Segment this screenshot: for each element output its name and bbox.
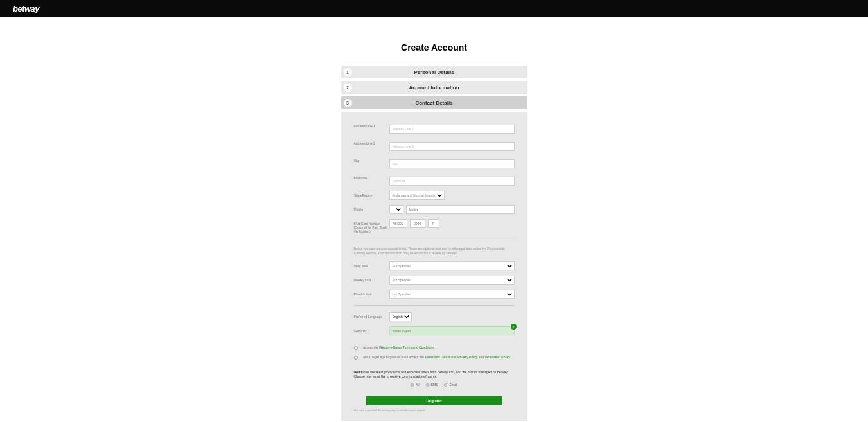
chevron-down-icon [404, 314, 409, 319]
step-number-3: 3 [344, 99, 352, 107]
postcode-label: Postcode [354, 173, 389, 180]
weekly-limit-select[interactable]: Not Specified [389, 276, 515, 285]
monthly-limit-select[interactable]: Not Specified [389, 290, 515, 299]
form-container: 1 Personal Details 2 Account Information… [341, 66, 527, 421]
address2-label: Address Line 2 [354, 139, 389, 145]
terms-text: I am of legal age to gamble and I accept… [362, 355, 510, 360]
promo-email-label: Email [449, 383, 457, 387]
monthly-label: Monthly limit [354, 290, 389, 296]
pan-label: PAN Card Number (Optional for Fast Track… [354, 219, 389, 233]
promo-radio-group: All SMS Email [354, 383, 515, 387]
pan-input-2[interactable] [410, 219, 425, 228]
mobile-code-select[interactable] [389, 205, 403, 214]
brand-logo: betway [13, 4, 39, 13]
pan-input-1[interactable] [389, 219, 407, 228]
register-button[interactable]: Register [366, 396, 502, 405]
mobile-input[interactable] [406, 205, 515, 214]
terms-checkbox-row: I am of legal age to gamble and I accept… [354, 355, 515, 360]
limits-description: Below you can set your deposit limits. T… [354, 247, 515, 255]
promo-sms-radio[interactable] [426, 383, 429, 387]
daily-limit-select[interactable]: Not Specified [389, 261, 515, 270]
currency-label: Currency [354, 326, 389, 333]
language-label: Preferred Language [354, 312, 389, 319]
state-select[interactable]: Andaman and Nicobar Islands [389, 191, 445, 200]
verification-link[interactable]: Verification Policy [484, 355, 509, 359]
step-contact-details[interactable]: 3 Contact Details [341, 96, 527, 109]
welcome-bonus-link[interactable]: Welcome Bonus Terms and Conditions [379, 346, 434, 349]
state-value: Andaman and Nicobar Islands [393, 193, 436, 197]
step-number-1: 1 [344, 68, 352, 76]
chevron-down-icon [507, 263, 512, 268]
app-header: betway [0, 0, 868, 17]
daily-value: Not Specified [393, 264, 412, 268]
step-title-3: Contact Details [352, 100, 517, 106]
address1-input[interactable] [389, 125, 515, 134]
step-account-information[interactable]: 2 Account Information [341, 81, 527, 94]
welcome-bonus-checkbox-row: I accept the Welcome Bonus Terms and Con… [354, 346, 515, 350]
address2-input[interactable] [389, 142, 515, 151]
footer-text: You have a period of 30 working days to … [354, 409, 515, 412]
chevron-down-icon [507, 277, 512, 283]
promo-email-radio[interactable] [444, 383, 447, 387]
promo-all-radio[interactable] [411, 383, 414, 387]
currency-value: Indian Rupee [393, 329, 412, 333]
terms-link[interactable]: Terms and Conditions [425, 355, 456, 359]
step-title-2: Account Information [352, 85, 517, 91]
promo-sms-label: SMS [431, 383, 438, 387]
monthly-value: Not Specified [393, 292, 412, 296]
postcode-input[interactable] [389, 177, 515, 186]
form-body: Address Line 1 Address Line 2 City Postc… [341, 112, 527, 421]
language-value: English [393, 315, 403, 319]
language-select[interactable]: English [389, 312, 412, 321]
chevron-down-icon [437, 193, 442, 198]
promo-all-label: All [416, 383, 420, 387]
mobile-label: Mobile [354, 205, 389, 211]
checkmark-icon [511, 324, 517, 330]
step-number-2: 2 [344, 84, 352, 92]
terms-checkbox[interactable] [354, 356, 358, 360]
step-personal-details[interactable]: 1 Personal Details [341, 66, 527, 78]
step-title-1: Personal Details [352, 69, 517, 75]
divider [354, 240, 515, 240]
city-input[interactable] [389, 159, 515, 168]
pan-input-3[interactable] [428, 219, 439, 228]
state-label: State/Region [354, 191, 389, 197]
promo-text: Don't miss the latest promotions and exc… [354, 370, 515, 379]
page-title: Create Account [0, 42, 868, 53]
chevron-down-icon [396, 207, 401, 212]
privacy-link[interactable]: Privacy Policy [457, 355, 477, 359]
address1-label: Address Line 1 [354, 121, 389, 128]
chevron-down-icon [507, 292, 512, 297]
daily-label: Daily limit [354, 261, 389, 268]
city-label: City [354, 156, 389, 163]
welcome-bonus-checkbox[interactable] [354, 346, 358, 350]
weekly-value: Not Specified [393, 278, 412, 282]
welcome-bonus-text: I accept the Welcome Bonus Terms and Con… [362, 346, 434, 350]
currency-input: Indian Rupee [389, 326, 515, 335]
divider [354, 305, 515, 306]
weekly-label: Weekly limit [354, 276, 389, 282]
